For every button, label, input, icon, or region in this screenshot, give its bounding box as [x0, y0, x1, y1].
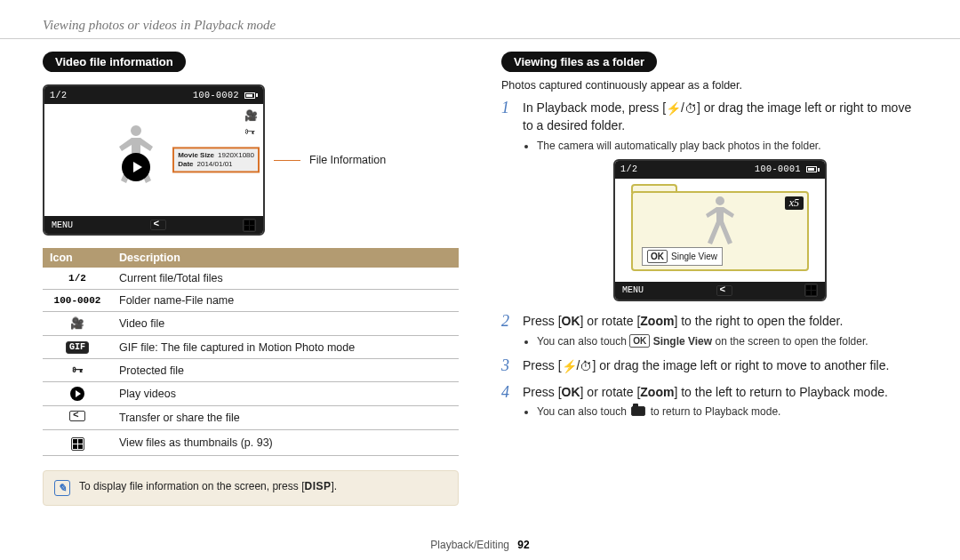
page-title: Viewing photos or videos in Playback mod… — [0, 0, 960, 39]
row-desc: View files as thumbnails (p. 93) — [112, 430, 459, 456]
lcd-menu: MENU — [622, 285, 644, 295]
lcd-top-bar: 1/2 100-0001 — [615, 161, 825, 179]
step-4: Press [OK] or rotate [Zoom] to the left … — [501, 383, 917, 418]
footer-section: Playback/Editing — [430, 539, 509, 551]
timer-icon: ⏱ — [684, 102, 697, 115]
video-icon: 🎥 — [70, 318, 84, 331]
steps-list: In Playback mode, press [⚡/⏱] or drag th… — [501, 99, 917, 418]
s4-pre: Press [ — [523, 385, 562, 399]
note-post: ]. — [331, 480, 337, 492]
row-desc: Video file — [112, 312, 459, 336]
lcd-side-icons: 🎥 🗝 — [244, 109, 258, 138]
step-3: Press [⚡/⏱] or drag the image left or ri… — [501, 356, 917, 374]
info-k1: Movie Size — [178, 151, 214, 160]
thumbnail-icon — [804, 284, 818, 297]
ok-key-text: OK — [562, 385, 580, 399]
table-row: View files as thumbnails (p. 93) — [43, 430, 459, 456]
row-desc: Protected file — [112, 359, 459, 382]
right-column: Viewing files as a folder Photos capture… — [501, 52, 917, 506]
lcd-body: 🎥 🗝 Movie Size1920X1080 Date2014/01/01 — [44, 104, 263, 216]
lock-icon: 🗝 — [72, 364, 84, 377]
content-columns: Video file information 1/2 100-0002 — [0, 39, 960, 506]
video-icon: 🎥 — [244, 109, 258, 122]
play-icon — [70, 387, 84, 401]
lcd-bottom-bar: MENU — [44, 216, 263, 234]
ok-key-text: OK — [562, 314, 580, 328]
share-icon — [716, 285, 732, 296]
table-row: 100-0002 Folder name-File name — [43, 290, 459, 312]
s4b-pre: You can also touch — [537, 405, 629, 418]
folder-icon — [631, 406, 645, 416]
ok-chip: OK — [629, 334, 650, 348]
folder-intro: Photos captured continuously appear as a… — [501, 79, 917, 92]
s3-pre: Press [ — [523, 358, 562, 372]
th-description: Description — [112, 248, 459, 268]
icon-description-table: Icon Description 1/2 Current file/Total … — [43, 248, 459, 456]
row-desc: Folder name-File name — [112, 290, 459, 312]
zoom-text: Zoom — [640, 385, 674, 399]
row-desc: Current file/Total files — [112, 268, 459, 290]
lcd-menu: MENU — [52, 220, 73, 230]
step-2: Press [OK] or rotate [Zoom] to the right… — [501, 312, 917, 348]
share-icon — [150, 220, 166, 230]
s1-pre: In Playback mode, press [ — [523, 100, 666, 115]
share-icon — [69, 411, 85, 421]
lcd-counter: 1/2 — [50, 91, 68, 100]
count-badge: x5 — [785, 196, 804, 210]
note-box: ✎ To display file information on the scr… — [43, 470, 459, 506]
ok-text: Single View — [671, 252, 717, 261]
play-icon — [122, 153, 150, 181]
flash-icon: ⚡ — [666, 102, 681, 115]
s2-pre: Press [ — [523, 314, 562, 328]
lcd-filecode: 100-0002 — [193, 91, 239, 100]
s2b-post: on the screen to open the folder. — [712, 335, 868, 348]
ok-single-view-button: OK Single View — [642, 247, 723, 266]
s4-bullet: You can also touch to return to Playback… — [537, 405, 917, 418]
filecode-text: 100-0002 — [54, 295, 101, 306]
table-row: 🎥 Video file — [43, 312, 459, 336]
section-heading-video-info: Video file information — [43, 52, 186, 72]
thumbnail-icon — [71, 437, 84, 451]
gif-icon: GIF — [66, 341, 89, 354]
lcd-screen: 1/2 100-0002 🎥 🗝 M — [43, 84, 265, 236]
footer-page: 92 — [517, 539, 529, 551]
file-info-overlay: Movie Size1920X1080 Date2014/01/01 — [172, 147, 260, 172]
s2-post: ] to the right to open the folder. — [674, 314, 843, 328]
s2b-pre: You can also touch — [537, 335, 629, 348]
flash-icon: ⚡ — [562, 360, 577, 372]
lcd-figure-video: 1/2 100-0002 🎥 🗝 M — [43, 84, 459, 236]
table-row: Transfer or share the file — [43, 406, 459, 430]
battery-icon — [806, 166, 820, 172]
lcd-top-bar: 1/2 100-0002 — [44, 86, 263, 104]
page-footer: Playback/Editing 92 — [0, 539, 960, 551]
counter-text: 1/2 — [68, 273, 86, 284]
s4-mid: ] or rotate [ — [580, 385, 641, 399]
single-view-bold: Single View — [653, 335, 712, 348]
left-column: Video file information 1/2 100-0002 — [43, 52, 459, 506]
table-row: GIF GIF file: The file captured in Motio… — [43, 336, 459, 359]
step-1: In Playback mode, press [⚡/⏱] or drag th… — [501, 99, 917, 301]
zoom-text: Zoom — [640, 314, 674, 328]
s4-post: ] to the left to return to Playback mode… — [674, 385, 887, 399]
lcd-bottom-bar: MENU — [615, 282, 825, 300]
s2-mid: ] or rotate [ — [580, 314, 641, 328]
s3-post: ] or drag the image left or right to mov… — [592, 358, 889, 372]
timer-icon: ⏱ — [580, 360, 592, 372]
lcd-filecode: 100-0001 — [755, 164, 801, 174]
info-v1: 1920X1080 — [218, 151, 254, 160]
callout-label: File Information — [309, 154, 386, 166]
thumbnail-icon — [243, 219, 256, 232]
s1-bullet: The camera will automatically play back … — [537, 140, 917, 152]
table-row: 🗝 Protected file — [43, 359, 459, 382]
note-text: To display file information on the scree… — [79, 480, 337, 492]
row-desc: GIF file: The file captured in Motion Ph… — [112, 336, 459, 359]
note-icon: ✎ — [54, 480, 70, 496]
table-row: Play videos — [43, 382, 459, 406]
ok-key: OK — [647, 250, 668, 263]
s2-bullet: You can also touch OK Single View on the… — [537, 334, 917, 348]
battery-icon — [244, 92, 258, 99]
section-heading-folder: Viewing files as a folder — [501, 52, 657, 72]
row-desc: Play videos — [112, 382, 459, 406]
s4b-post: to return to Playback mode. — [647, 405, 780, 418]
info-k2: Date — [178, 160, 193, 169]
